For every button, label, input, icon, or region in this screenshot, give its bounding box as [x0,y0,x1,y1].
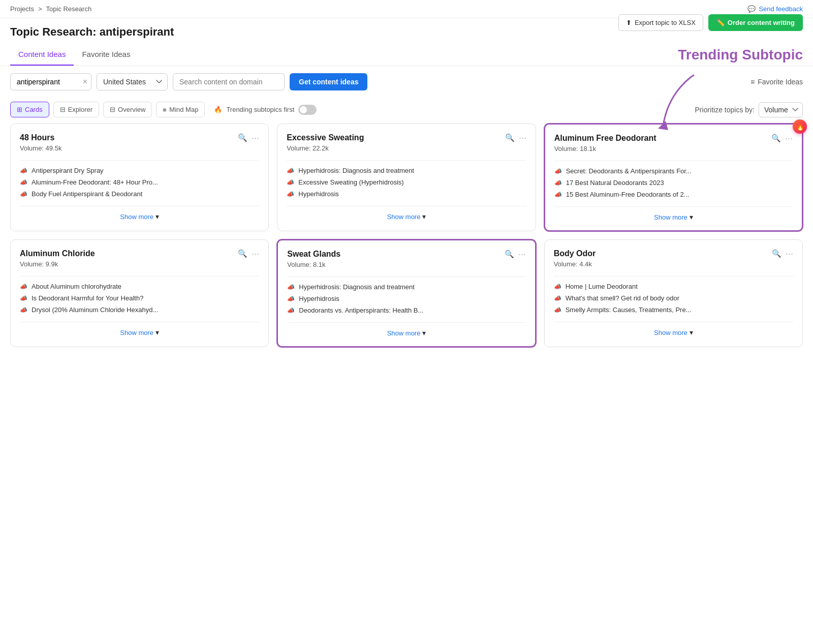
search-icon[interactable]: 🔍 [505,250,514,259]
show-more-link[interactable]: Show more [387,329,421,337]
mindmap-view-button[interactable]: ⎈ Mind Map [156,102,205,117]
volume-select[interactable]: Volume [759,102,803,117]
list-item: 📣 Hyperhidrosis: Diagnosis and treatment [287,167,526,174]
search-icon[interactable]: 🔍 [238,249,247,258]
megaphone-icon: 📣 [20,306,27,314]
search-icon[interactable]: 🔍 [238,133,247,142]
cards-grid: 48 Hours 🔍 ⋯ Volume: 49.5k 📣 Antiperspir… [0,124,813,357]
card-title: Body Odor [554,249,596,258]
search-icon[interactable]: 🔍 [772,249,781,258]
send-feedback-link[interactable]: 💬 Send feedback [747,5,803,13]
card-actions: 🔍 ⋯ [238,249,259,258]
trending-toggle-wrap: 🔥 Trending subtopics first [214,105,317,115]
clear-keyword-icon[interactable]: × [83,77,87,86]
show-more-link[interactable]: Show more [654,213,687,221]
tabs-row: Content Ideas Favorite Ideas [0,44,813,66]
card-title: Excessive Sweating [287,133,364,142]
show-more-link[interactable]: Show more [387,213,421,221]
breadcrumb-projects[interactable]: Projects [10,5,34,13]
list-item: 📣 Drysol (20% Aluminum Chloride Hexahyd.… [20,306,259,314]
breadcrumb-current: Topic Research [46,5,92,13]
more-icon[interactable]: ⋯ [518,250,526,259]
list-item: 📣 Hyperhidrosis [287,190,526,198]
edit-icon: ✏️ [716,19,725,26]
show-more: Show more ▾ [20,206,259,221]
megaphone-icon: 📣 [20,167,27,174]
cards-view-button[interactable]: ⊞ Cards [10,102,49,117]
card-sweat-glands: Sweat Glands 🔍 ⋯ Volume: 8.1k 📣 Hyperhid… [277,239,536,347]
show-more-link[interactable]: Show more [120,329,153,336]
card-48hours: 48 Hours 🔍 ⋯ Volume: 49.5k 📣 Antiperspir… [10,124,269,231]
megaphone-icon: 📣 [554,306,561,314]
favorite-ideas-link[interactable]: ≡ Favorite Ideas [751,78,803,86]
card-actions: 🔍 ⋯ [771,134,793,143]
keyword-input[interactable] [10,73,91,90]
more-icon[interactable]: ⋯ [252,249,259,258]
export-icon: ⬆ [626,19,632,26]
more-icon[interactable]: ⋯ [252,133,259,142]
megaphone-icon: 📣 [20,283,27,290]
domain-search-input[interactable] [173,73,285,90]
search-icon[interactable]: 🔍 [505,133,515,142]
megaphone-icon: 📣 [287,284,295,291]
list-item: 📣 Hyperhidrosis [287,295,525,302]
explorer-view-button[interactable]: ⊟ Explorer [53,102,99,117]
card-volume: Volume: 22.2k [287,144,526,152]
megaphone-icon: 📣 [287,167,294,174]
trending-toggle[interactable] [298,105,317,115]
mindmap-icon: ⎈ [163,106,167,113]
list-item: 📣 Is Deodorant Harmful for Your Health? [20,294,259,302]
card-items: 📣 Hyperhidrosis: Diagnosis and treatment… [287,167,526,198]
card-volume: Volume: 8.1k [287,261,525,268]
show-more: Show more ▾ [287,206,526,221]
list-item: 📣 15 Best Aluminum-Free Deodorants of 2.… [554,191,793,198]
more-icon[interactable]: ⋯ [519,133,526,142]
list-item: 📣 About Aluminum chlorohydrate [20,283,259,290]
card-items: 📣 Hyperhidrosis: Diagnosis and treatment… [287,283,525,314]
list-item: 📣 What's that smell? Get rid of body odo… [554,294,793,302]
more-icon[interactable]: ⋯ [785,134,793,143]
show-more-link[interactable]: Show more [120,213,153,221]
keyword-input-wrap: × [10,73,91,90]
export-button[interactable]: ⬆ Export topic to XLSX [618,14,703,31]
show-more: Show more ▾ [20,322,259,336]
prioritize-wrap: Prioritize topics by: Volume [695,102,803,117]
list-item: 📣 Deodorants vs. Antiperspirants: Health… [287,306,525,314]
card-aluminum-free-deodorant: 🔥 Aluminum Free Deodorant 🔍 ⋯ Volume: 18… [544,124,803,231]
get-ideas-button[interactable]: Get content ideas [290,73,367,90]
card-actions: 🔍 ⋯ [772,249,793,258]
list-item: 📣 Body Fuel Antiperspirant & Deodorant [20,190,259,198]
feedback-icon: 💬 [747,5,756,13]
card-items: 📣 Antiperspirant Dry Spray 📣 Aluminum-Fr… [20,167,259,198]
card-actions: 🔍 ⋯ [238,133,259,142]
show-more: Show more ▾ [287,322,525,337]
megaphone-icon: 📣 [554,191,562,198]
list-item: 📣 Excessive Sweating (Hyperhidrosis) [287,178,526,186]
page-title: Topic Research: antiperspirant [10,25,174,39]
view-row: ⊞ Cards ⊟ Explorer ⊟ Overview ⎈ Mind Map… [0,98,813,124]
card-volume: Volume: 4.4k [554,260,793,268]
card-title: Aluminum Chloride [20,249,95,258]
breadcrumb: Projects > Topic Research [10,5,91,13]
overview-view-button[interactable]: ⊟ Overview [103,102,152,117]
tab-favorite-ideas[interactable]: Favorite Ideas [74,44,138,66]
card-actions: 🔍 ⋯ [505,250,526,259]
list-item: 📣 Hyperhidrosis: Diagnosis and treatment [287,283,525,291]
tab-content-ideas[interactable]: Content Ideas [10,44,74,66]
list-item: 📣 Smelly Armpits: Causes, Treatments, Pr… [554,306,793,314]
card-aluminum-chloride: Aluminum Chloride 🔍 ⋯ Volume: 9.9k 📣 Abo… [10,239,269,347]
card-volume: Volume: 9.9k [20,260,259,268]
show-more-link[interactable]: Show more [654,329,687,336]
card-body-odor: Body Odor 🔍 ⋯ Volume: 4.4k 📣 Home | Lume… [544,239,803,347]
country-select[interactable]: United States [97,73,168,90]
list-item: 📣 Aluminum-Free Deodorant: 48+ Hour Pro.… [20,178,259,186]
cards-icon: ⊞ [17,106,22,113]
card-items: 📣 Home | Lume Deodorant 📣 What's that sm… [554,283,793,314]
search-icon[interactable]: 🔍 [771,134,781,143]
order-content-button[interactable]: ✏️ Order content writing [708,14,803,31]
more-icon[interactable]: ⋯ [786,249,793,258]
list-item: 📣 17 Best Natural Deodorants 2023 [554,179,793,187]
show-more: Show more ▾ [554,322,793,336]
megaphone-icon: 📣 [554,295,561,302]
list-item: 📣 Home | Lume Deodorant [554,283,793,290]
